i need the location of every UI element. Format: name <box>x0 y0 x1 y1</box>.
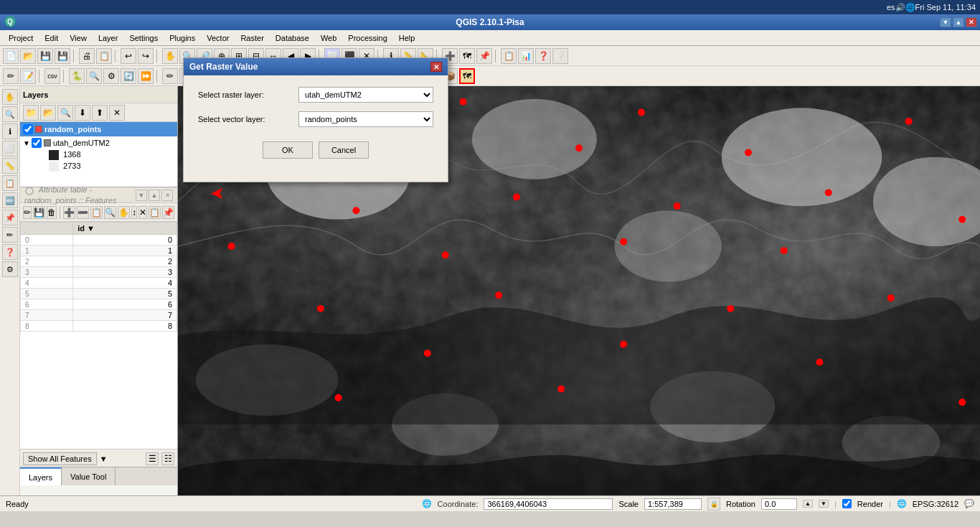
filter-arrow-icon[interactable]: ▼ <box>100 454 108 463</box>
vtb-select[interactable]: ⬜ <box>2 141 18 157</box>
tab-value-tool[interactable]: Value Tool <box>62 467 116 485</box>
rotation-input[interactable] <box>761 498 797 510</box>
menu-project[interactable]: Project <box>3 32 39 44</box>
new-col-btn[interactable]: ➕ <box>63 206 75 219</box>
dialog-ok-btn[interactable]: OK <box>263 141 313 159</box>
open-table-btn[interactable]: 📋 <box>501 48 517 64</box>
menu-database[interactable]: Database <box>270 32 315 44</box>
attr-expand-btn[interactable]: ▼ <box>136 190 147 201</box>
menu-layer[interactable]: Layer <box>93 32 124 44</box>
show-all-features-btn[interactable]: Show All Features <box>23 452 97 465</box>
python-btn[interactable]: 🐍 <box>69 68 85 84</box>
raster-layer-select[interactable]: utah_demUTM2 <box>298 87 433 103</box>
layer-random-points[interactable]: random_points <box>20 122 177 136</box>
render-checkbox[interactable] <box>842 499 852 508</box>
new-project-btn[interactable]: 📄 <box>3 48 19 64</box>
pan-map-attr-btn[interactable]: ✋ <box>118 206 130 219</box>
dialog-cancel-btn[interactable]: Cancel <box>319 141 369 159</box>
menu-help[interactable]: Help <box>393 32 421 44</box>
rotation-up-btn[interactable]: ▲ <box>803 500 813 508</box>
stats-btn[interactable]: 📊 <box>518 48 534 64</box>
menu-view[interactable]: View <box>64 32 93 44</box>
get-raster-value-btn[interactable]: 🗺 <box>459 68 475 84</box>
gear-btn[interactable]: ⚙ <box>103 68 119 84</box>
vtb-zoom[interactable]: 🔍 <box>2 106 18 122</box>
vtb-measure[interactable]: 📏 <box>2 158 18 174</box>
save-edits-attr-btn[interactable]: 💾 <box>33 206 45 219</box>
print-btn[interactable]: 🖨 <box>79 48 95 64</box>
rotation-down-btn[interactable]: ▼ <box>819 500 829 508</box>
layer-utah-dem[interactable]: ▼ utah_demUTM2 <box>20 136 177 149</box>
svg-point-38 <box>620 341 627 348</box>
replay-btn[interactable]: 🔄 <box>121 68 136 84</box>
copy-selected-btn[interactable]: 📋 <box>149 206 161 219</box>
scale-lock-btn[interactable]: 🔒 <box>707 498 720 510</box>
vtb-pin[interactable]: 📌 <box>2 210 18 225</box>
svg-point-25 <box>513 194 520 201</box>
undo-btn[interactable]: ↩ <box>121 48 136 64</box>
filter-layers-btn[interactable]: 🔍 <box>57 105 73 121</box>
add-group-btn[interactable]: 📁 <box>23 105 39 121</box>
minimize-btn[interactable]: ▼ <box>940 17 951 27</box>
col-header-id[interactable]: id ▼ <box>73 223 177 235</box>
open-project-btn[interactable]: 📂 <box>20 48 36 64</box>
delete-row-btn[interactable]: 🗑 <box>47 206 57 219</box>
menu-plugins[interactable]: Plugins <box>164 32 201 44</box>
fwd-btn[interactable]: ⏩ <box>138 68 154 84</box>
collapse-all-btn[interactable]: ⬆ <box>92 105 108 121</box>
remove-layer-btn[interactable]: ✕ <box>109 105 125 121</box>
print-composer-btn[interactable]: 📋 <box>96 48 112 64</box>
csv-btn[interactable]: csv <box>44 68 60 84</box>
maximize-btn[interactable]: ▲ <box>953 17 964 27</box>
dialog-close-btn[interactable]: ✕ <box>430 62 442 72</box>
layer-checkbox-random-points[interactable] <box>23 124 33 134</box>
expand-all-btn[interactable]: ⬇ <box>75 105 90 121</box>
edit-mode-btn[interactable]: ✏ <box>162 68 178 84</box>
deselect-all-btn[interactable]: ✕ <box>138 206 147 219</box>
attr-table-container[interactable]: id ▼ 001122334455667788 <box>20 222 177 449</box>
menu-web[interactable]: Web <box>315 32 342 44</box>
menu-raster[interactable]: Raster <box>235 32 269 44</box>
show-selected-btn[interactable]: ☰ <box>146 452 159 465</box>
close-btn[interactable]: ✕ <box>966 17 977 27</box>
help-btn[interactable]: ❔ <box>552 48 568 64</box>
pan-btn[interactable]: ✋ <box>162 48 178 64</box>
zoom-map-btn[interactable]: 🔍 <box>104 206 116 219</box>
attr-collapse-btn[interactable]: ▲ <box>149 190 160 201</box>
vtb-form[interactable]: 📋 <box>2 175 18 191</box>
vtb-settings[interactable]: ⚙ <box>2 261 18 277</box>
manage-layers-btn[interactable]: 📂 <box>40 105 56 121</box>
coord-input[interactable] <box>484 498 613 510</box>
cell-row-id: 0 <box>21 235 73 246</box>
menu-vector[interactable]: Vector <box>201 32 235 44</box>
open-form-btn[interactable]: 📋 <box>90 206 103 219</box>
vector-layer-select[interactable]: random_points <box>298 111 433 127</box>
menu-processing[interactable]: Processing <box>342 32 392 44</box>
layer-checkbox-utah-dem[interactable] <box>32 138 42 148</box>
show-visible-btn[interactable]: ☷ <box>161 452 174 465</box>
save-btn[interactable]: 💾 <box>37 48 53 64</box>
vtb-label[interactable]: 🔤 <box>2 192 18 208</box>
edit-toggle-btn[interactable]: ✏ <box>3 68 19 84</box>
redo-btn[interactable]: ↪ <box>138 48 154 64</box>
add-vector-btn[interactable]: 📌 <box>476 48 492 64</box>
window-controls[interactable]: ▼ ▲ ✕ <box>940 17 977 27</box>
save-as-btn[interactable]: 💾 <box>55 48 70 64</box>
vtb-pan[interactable]: ✋ <box>2 89 18 105</box>
del-col-btn[interactable]: ➖ <box>77 206 89 219</box>
menu-settings[interactable]: Settings <box>123 32 164 44</box>
tab-layers[interactable]: Layers <box>20 467 62 485</box>
query-btn[interactable]: ❓ <box>535 48 551 64</box>
attr-close-btn[interactable]: ✕ <box>161 190 173 201</box>
invert-select-btn[interactable]: ↕ <box>131 206 137 219</box>
vtb-identify[interactable]: ℹ <box>2 123 18 139</box>
scale-input[interactable] <box>644 498 702 510</box>
edit-digitize-btn[interactable]: 📝 <box>20 68 36 84</box>
vtb-edit[interactable]: ✏ <box>2 227 18 243</box>
paste-btn[interactable]: 📌 <box>162 206 174 219</box>
menu-edit[interactable]: Edit <box>39 32 64 44</box>
edit-toggle-attr-btn[interactable]: ✏ <box>23 206 32 219</box>
georef-btn[interactable]: 🔍 <box>86 68 102 84</box>
vtb-query[interactable]: ❓ <box>2 244 18 260</box>
add-raster-btn[interactable]: 🗺 <box>459 48 475 64</box>
